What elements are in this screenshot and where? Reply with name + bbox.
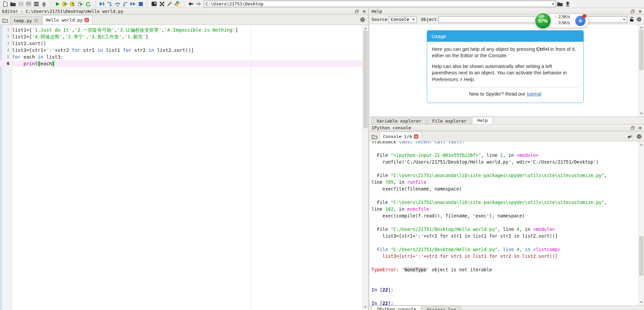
scroll-up-icon[interactable]	[639, 24, 644, 29]
scroll-down-icon[interactable]	[363, 305, 368, 310]
continue-icon[interactable]	[129, 1, 137, 7]
help-window-buttons	[630, 8, 642, 14]
tools-icon[interactable]	[166, 1, 173, 7]
up-parent-icon[interactable]	[564, 1, 572, 7]
console-line	[372, 165, 638, 172]
gear-icon[interactable]	[636, 133, 642, 139]
rerun-icon[interactable]	[85, 1, 92, 7]
undock-icon[interactable]	[354, 8, 360, 14]
run-cell-icon[interactable]	[61, 1, 69, 7]
close-icon[interactable]	[362, 9, 366, 14]
console-tab-ipython-console[interactable]: IPython console	[372, 306, 421, 310]
editor-tab-temp-py[interactable]: temp.py	[10, 16, 42, 25]
help-panel: Help Source Console Object Usage Here yo…	[369, 8, 644, 124]
gear-icon[interactable]	[636, 16, 642, 23]
scrollbar-thumb[interactable]	[639, 30, 643, 70]
console-tab-bar: Console 1/A	[369, 131, 644, 141]
tab-close-icon[interactable]	[34, 19, 38, 23]
browse-folder-icon[interactable]	[556, 1, 564, 7]
back-icon[interactable]	[187, 1, 195, 7]
pane-tab-variable-explorer[interactable]: Variable explorer	[372, 117, 426, 124]
new-file-icon[interactable]	[1, 1, 9, 7]
code-line: 6 print(each)	[0, 60, 362, 67]
help-content: Usage Here you can get help of any objec…	[369, 24, 644, 116]
file-switcher-icon[interactable]	[32, 1, 40, 7]
save-icon[interactable]	[17, 1, 25, 7]
usage-text: .	[474, 77, 475, 82]
debug-icon[interactable]	[98, 1, 106, 7]
step-into-icon[interactable]	[106, 1, 114, 7]
editor-tab-bar: temp.pyHello world.py	[0, 15, 368, 25]
tab-close-icon[interactable]	[85, 18, 89, 22]
close-icon[interactable]	[638, 125, 642, 130]
close-icon[interactable]	[638, 9, 642, 14]
line-number: 6	[0, 60, 12, 67]
net-speed-overlay[interactable]: 57% ↑ 2.3K/s ↓ 0.5K/s +	[534, 12, 593, 30]
scrollbar-thumb[interactable]	[639, 236, 643, 276]
memory-usage-ball[interactable]: 57%	[534, 12, 552, 30]
scroll-down-icon[interactable]	[639, 301, 644, 305]
symbol-finder-icon[interactable]	[40, 1, 48, 7]
browse-tabs-icon[interactable]	[2, 17, 8, 23]
undock-icon[interactable]	[630, 8, 636, 14]
console-line: list3=[str1+':'+str2 for str1 in list1 f…	[372, 233, 638, 239]
eraser-icon[interactable]	[627, 133, 633, 139]
scroll-down-icon[interactable]	[639, 112, 644, 116]
code-line: 5for each in list3:	[0, 54, 362, 60]
max-pane-icon[interactable]	[150, 1, 158, 7]
console-scrollbar[interactable]	[638, 141, 644, 305]
run-icon[interactable]	[54, 1, 61, 7]
line-number: 2	[0, 33, 12, 40]
forward-icon[interactable]	[195, 1, 202, 7]
stop-debug-icon[interactable]	[137, 1, 144, 7]
console-line: Traceback (most recent call last):	[372, 141, 638, 145]
run-selection-icon[interactable]	[77, 1, 85, 7]
console-tab[interactable]: Console 1/A	[380, 132, 422, 141]
working-directory-input[interactable]	[204, 1, 550, 6]
usage-paragraph-2: Help can also be shown automatically aft…	[432, 63, 579, 82]
fullscreen-icon[interactable]	[158, 1, 166, 7]
save-all-icon[interactable]	[25, 1, 32, 7]
tab-close-icon[interactable]	[414, 134, 418, 139]
help-scrollbar[interactable]	[638, 24, 644, 116]
console-tab-history-log[interactable]: History log	[422, 306, 461, 310]
download-speed: 0.5K/s	[558, 21, 570, 25]
browse-tabs-icon[interactable]	[372, 134, 378, 140]
console-line: File "C:/Users/21751/Desktop/Hello world…	[372, 226, 638, 233]
line-number: 5	[0, 54, 12, 60]
lock-icon[interactable]	[629, 16, 635, 23]
scrollbar-thumb[interactable]	[363, 31, 367, 128]
step-return-icon[interactable]	[121, 1, 129, 7]
object-dropdown-button[interactable]	[621, 16, 627, 23]
spyder-window: { "toolbar": { "groups": [ ["new-file","…	[0, 0, 644, 310]
code-editor[interactable]: 1list1=['1.Just do It','2.一切皆有可能','3.让编程…	[0, 25, 368, 310]
console-output[interactable]: Traceback (most recent call last): File …	[369, 141, 644, 305]
main-toolbar	[0, 0, 644, 8]
upload-speed: 2.3K/s	[558, 14, 570, 19]
usage-menu-path: Preferences > Help	[432, 77, 474, 82]
editor-tab-hello-world-py[interactable]: Hello world.py	[42, 15, 93, 25]
code-text: list3=[str1+':'+str2 for str1 in list1 f…	[12, 47, 194, 54]
directory-dropdown-button[interactable]	[550, 1, 556, 7]
step-over-icon[interactable]	[114, 1, 121, 7]
console-line: list3=[str1+':'+str2 for str1 in list1 f…	[372, 253, 638, 260]
usage-shortcut: Ctrl+I	[536, 46, 549, 52]
usage-text: Here you can get help of any object by p…	[432, 46, 536, 52]
scroll-up-icon[interactable]	[363, 25, 368, 30]
editor-panel-title: Editor - C:\Users\21751\Desktop\Hello wo…	[2, 9, 354, 14]
pane-tab-help[interactable]: Help	[472, 117, 493, 124]
scroll-up-icon[interactable]	[639, 141, 644, 146]
editor-scrollbar[interactable]	[362, 25, 368, 310]
gear-icon[interactable]	[359, 16, 365, 23]
open-folder-icon[interactable]	[9, 1, 17, 7]
run-cell-advance-icon[interactable]	[69, 1, 77, 7]
pane-tab-file-explorer[interactable]: File explorer	[427, 117, 472, 124]
source-select[interactable]: Console	[389, 16, 417, 23]
code-text: print(each)	[12, 60, 55, 67]
object-input[interactable]	[439, 17, 621, 22]
source-label: Source	[372, 17, 387, 22]
python-icon[interactable]	[173, 1, 181, 7]
undock-icon[interactable]	[630, 125, 636, 131]
code-text: list2=['4.阿迪达斯','2.李宁','3.鱼C工作室','1.耐克']	[12, 33, 148, 40]
tutorial-link[interactable]: tutorial	[527, 91, 542, 97]
